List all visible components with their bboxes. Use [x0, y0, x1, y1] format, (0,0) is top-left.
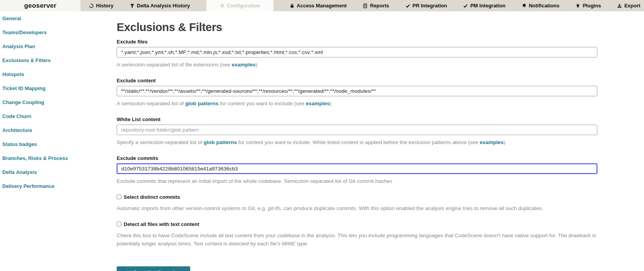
field-exclude-files: Exclude files A semicolon-separated list… — [117, 39, 597, 69]
nav-label: Notifications — [529, 3, 560, 9]
save-configuration-button[interactable]: Save Configuration — [117, 266, 190, 271]
select-distinct-commits-help: Automatic imports from other version-con… — [117, 205, 597, 213]
help-text: ) — [256, 62, 257, 68]
top-bar: geoserver History Delta Analysis History… — [0, 0, 644, 11]
sidebar-item-architecture[interactable]: Architecture — [0, 123, 117, 137]
filter-icon — [130, 3, 135, 8]
report-icon — [363, 3, 368, 8]
exclude-files-input[interactable] — [117, 47, 597, 57]
lock-icon — [290, 3, 294, 8]
logo-area: geoserver — [0, 0, 80, 11]
exclude-commits-label: Exclude commits — [117, 155, 597, 161]
nav-pr-integration[interactable]: PR Integration — [406, 0, 447, 11]
exclude-content-label: Exclude content — [117, 78, 597, 83]
exclude-commits-help: Exclude commits that represent an initia… — [117, 177, 597, 186]
sidebar-item-general[interactable]: General — [0, 11, 117, 25]
sidebar-item-hotspots[interactable]: Hotspots — [0, 67, 117, 81]
exclude-commits-input[interactable] — [117, 163, 597, 174]
examples-link[interactable]: examples — [232, 62, 256, 68]
sidebar-item-exclusions-filters[interactable]: Exclusions & Filters — [0, 53, 117, 67]
nav-export[interactable]: Export — [617, 0, 640, 11]
sidebar-item-delta-analysis[interactable]: Delta Analysis — [0, 165, 117, 179]
white-list-content-input[interactable] — [117, 125, 597, 135]
detect-text-content-checkbox[interactable] — [117, 222, 121, 226]
help-text: A semicolon-separated list of — [117, 101, 185, 106]
history-icon — [89, 3, 94, 8]
white-list-content-help: Specify a semicolon-separated list of gl… — [117, 139, 597, 147]
nav-label: PR Integration — [413, 3, 447, 9]
sidebar-item-branches-risks-process[interactable]: Branches, Risks & Process — [0, 151, 117, 165]
plugin-icon — [576, 3, 580, 8]
field-exclude-commits: Exclude commits Exclude commits that rep… — [117, 155, 597, 186]
sidebar-item-ticket-id-mapping[interactable]: Ticket ID Mapping — [0, 81, 117, 95]
help-text: Specify a semicolon-separated list of — [117, 139, 204, 145]
gears-icon — [220, 3, 225, 8]
nav-label: PM Integration — [470, 3, 505, 9]
sidebar: General Teams/Developers Analysis Plan E… — [0, 11, 117, 193]
nav-label: Configuration — [227, 3, 260, 9]
help-italic-text: git-tfs — [268, 205, 281, 211]
export-icon — [617, 3, 622, 8]
nav-access-management[interactable]: Access Management — [290, 0, 347, 11]
field-exclude-content: Exclude content A semicolon-separated li… — [117, 78, 597, 108]
nav-notifications[interactable]: Notifications — [522, 0, 560, 11]
nav-plugins[interactable]: Plugins — [576, 0, 601, 11]
help-text: Check this box to have CodeScene include… — [117, 233, 596, 247]
nav-label: Delta Analysis History — [137, 3, 190, 9]
examples-link[interactable]: examples — [480, 139, 504, 145]
sidebar-item-status-badges[interactable]: Status badges — [0, 137, 117, 151]
help-text: A semicolon-separated list of file exten… — [117, 62, 232, 68]
nav-history[interactable]: History — [89, 0, 114, 11]
sidebar-item-analysis-plan[interactable]: Analysis Plan — [0, 39, 117, 53]
exclude-files-help: A semicolon-separated list of file exten… — [117, 61, 597, 69]
select-distinct-commits-label[interactable]: Select distinct commits — [117, 194, 597, 200]
nav-label: Export — [624, 3, 640, 9]
help-text: ) — [330, 101, 332, 106]
nav-label: Plugins — [583, 3, 601, 9]
page-title: Exclusions & Filters — [117, 21, 597, 34]
nav-reports[interactable]: Reports — [363, 0, 389, 11]
examples-link[interactable]: examples — [306, 101, 330, 106]
check-icon — [463, 3, 468, 8]
field-white-list-content: White List content Specify a semicolon-s… — [117, 116, 597, 147]
nav-delta-analysis-history[interactable]: Delta Analysis History — [130, 0, 190, 11]
checkbox-row-detect-text-content: Detect all files with text content Check… — [117, 221, 597, 248]
sidebar-item-code-churn[interactable]: Code Churn — [0, 109, 117, 123]
app-logo[interactable]: geoserver — [24, 2, 56, 10]
help-text: Automatic imports from other version-con… — [117, 205, 268, 211]
main-content: Exclusions & Filters Exclude files A sem… — [117, 11, 597, 271]
glob-patterns-link[interactable]: glob patterns — [185, 101, 219, 106]
checkbox-label-text: Select distinct commits — [124, 194, 180, 200]
check-icon — [406, 3, 410, 8]
top-navigation: History Delta Analysis History Configura… — [80, 0, 644, 11]
select-distinct-commits-checkbox[interactable] — [117, 195, 121, 199]
detect-text-content-help: Check this box to have CodeScene include… — [117, 232, 597, 248]
exclude-content-help: A semicolon-separated list of glob patte… — [117, 100, 597, 108]
checkbox-label-text: Detect all files with text content — [124, 221, 199, 227]
help-text: for content you want to exclude (see — [219, 101, 306, 106]
nav-label: History — [96, 3, 114, 9]
sidebar-item-delivery-performance[interactable]: Delivery Performance — [0, 179, 117, 193]
detect-text-content-label[interactable]: Detect all files with text content — [117, 221, 597, 227]
white-list-content-label: White List content — [117, 116, 597, 122]
nav-pm-integration[interactable]: PM Integration — [463, 0, 505, 11]
nav-label: Access Management — [297, 3, 347, 9]
help-text: type. — [296, 241, 308, 247]
glob-patterns-link[interactable]: glob patterns — [204, 139, 237, 145]
nav-configuration[interactable]: Configuration — [206, 0, 273, 11]
sidebar-item-change-coupling[interactable]: Change Coupling — [0, 95, 117, 109]
help-text: , can produce duplicate commits. With th… — [281, 205, 543, 211]
bell-icon — [522, 3, 527, 8]
exclude-files-label: Exclude files — [117, 39, 597, 45]
save-button-label: Save Configuration — [133, 269, 182, 271]
checkbox-row-select-distinct-commits: Select distinct commits Automatic import… — [117, 194, 597, 213]
nav-label: Reports — [370, 3, 389, 9]
help-text: ) — [504, 139, 506, 145]
sidebar-item-teams-developers[interactable]: Teams/Developers — [0, 25, 117, 39]
help-text: for content you want to include. White l… — [237, 139, 480, 145]
help-italic-text: MIME — [282, 241, 296, 247]
exclude-content-input[interactable] — [117, 86, 597, 96]
